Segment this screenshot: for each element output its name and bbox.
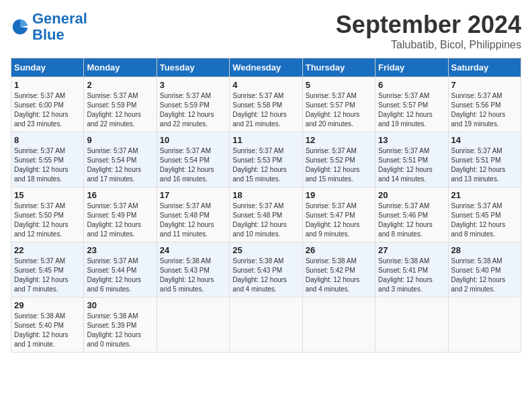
cell-info: Sunrise: 5:38 AM Sunset: 5:40 PM Dayligh… xyxy=(451,257,518,294)
table-row: 24Sunrise: 5:38 AM Sunset: 5:43 PM Dayli… xyxy=(157,242,229,298)
day-number: 9 xyxy=(87,135,153,145)
table-row: 2Sunrise: 5:37 AM Sunset: 5:59 PM Daylig… xyxy=(84,77,157,132)
cell-info: Sunrise: 5:38 AM Sunset: 5:43 PM Dayligh… xyxy=(232,257,299,294)
logo-icon xyxy=(11,17,30,36)
table-row xyxy=(157,298,229,353)
day-number: 7 xyxy=(451,80,518,90)
table-row xyxy=(302,298,375,353)
logo: GeneralBlue xyxy=(11,11,87,43)
table-row: 19Sunrise: 5:37 AM Sunset: 5:47 PM Dayli… xyxy=(302,187,375,242)
cell-info: Sunrise: 5:38 AM Sunset: 5:40 PM Dayligh… xyxy=(14,312,81,349)
day-number: 29 xyxy=(14,300,81,310)
day-number: 10 xyxy=(160,135,226,145)
table-row: 6Sunrise: 5:37 AM Sunset: 5:57 PM Daylig… xyxy=(375,77,448,132)
table-row: 1Sunrise: 5:37 AM Sunset: 6:00 PM Daylig… xyxy=(11,77,84,132)
week-row-1: 1Sunrise: 5:37 AM Sunset: 6:00 PM Daylig… xyxy=(11,77,521,132)
cell-info: Sunrise: 5:37 AM Sunset: 5:45 PM Dayligh… xyxy=(451,201,518,239)
table-row: 21Sunrise: 5:37 AM Sunset: 5:45 PM Dayli… xyxy=(448,187,521,242)
week-row-5: 29Sunrise: 5:38 AM Sunset: 5:40 PM Dayli… xyxy=(11,298,521,353)
table-row: 12Sunrise: 5:37 AM Sunset: 5:52 PM Dayli… xyxy=(302,132,375,187)
table-row: 9Sunrise: 5:37 AM Sunset: 5:54 PM Daylig… xyxy=(84,132,157,187)
table-row xyxy=(375,298,448,353)
day-number: 15 xyxy=(14,190,81,200)
header-wednesday: Wednesday xyxy=(230,58,302,77)
day-number: 21 xyxy=(451,190,518,200)
cell-info: Sunrise: 5:37 AM Sunset: 5:59 PM Dayligh… xyxy=(160,91,226,129)
cell-info: Sunrise: 5:38 AM Sunset: 5:43 PM Dayligh… xyxy=(160,257,226,294)
cell-info: Sunrise: 5:37 AM Sunset: 5:48 PM Dayligh… xyxy=(160,201,226,239)
cell-info: Sunrise: 5:37 AM Sunset: 5:45 PM Dayligh… xyxy=(14,257,81,294)
table-row: 20Sunrise: 5:37 AM Sunset: 5:46 PM Dayli… xyxy=(375,187,448,242)
day-number: 17 xyxy=(160,190,226,200)
header-thursday: Thursday xyxy=(302,58,375,77)
week-row-2: 8Sunrise: 5:37 AM Sunset: 5:55 PM Daylig… xyxy=(11,132,521,187)
day-number: 18 xyxy=(232,190,299,200)
table-row: 22Sunrise: 5:37 AM Sunset: 5:45 PM Dayli… xyxy=(11,242,84,298)
header-sunday: Sunday xyxy=(11,58,84,77)
table-row: 5Sunrise: 5:37 AM Sunset: 5:57 PM Daylig… xyxy=(302,77,375,132)
month-title: September 2024 xyxy=(336,11,521,39)
cell-info: Sunrise: 5:37 AM Sunset: 5:50 PM Dayligh… xyxy=(14,201,81,239)
day-number: 24 xyxy=(160,245,226,255)
table-row: 10Sunrise: 5:37 AM Sunset: 5:54 PM Dayli… xyxy=(157,132,229,187)
day-number: 22 xyxy=(14,245,81,255)
day-number: 1 xyxy=(14,80,81,90)
table-row: 29Sunrise: 5:38 AM Sunset: 5:40 PM Dayli… xyxy=(11,298,84,353)
day-number: 5 xyxy=(306,80,372,90)
cell-info: Sunrise: 5:37 AM Sunset: 5:58 PM Dayligh… xyxy=(232,91,299,129)
header-monday: Monday xyxy=(84,58,157,77)
cell-info: Sunrise: 5:37 AM Sunset: 5:54 PM Dayligh… xyxy=(160,146,226,184)
table-row: 16Sunrise: 5:37 AM Sunset: 5:49 PM Dayli… xyxy=(84,187,157,242)
header-saturday: Saturday xyxy=(448,58,521,77)
table-row: 27Sunrise: 5:38 AM Sunset: 5:41 PM Dayli… xyxy=(375,242,448,298)
table-row: 8Sunrise: 5:37 AM Sunset: 5:55 PM Daylig… xyxy=(11,132,84,187)
day-number: 2 xyxy=(87,80,153,90)
table-row: 7Sunrise: 5:37 AM Sunset: 5:56 PM Daylig… xyxy=(448,77,521,132)
day-number: 27 xyxy=(378,245,445,255)
day-number: 19 xyxy=(306,190,372,200)
cell-info: Sunrise: 5:37 AM Sunset: 5:46 PM Dayligh… xyxy=(378,201,445,239)
cell-info: Sunrise: 5:37 AM Sunset: 5:47 PM Dayligh… xyxy=(306,201,372,239)
day-number: 14 xyxy=(451,135,518,145)
table-row: 14Sunrise: 5:37 AM Sunset: 5:51 PM Dayli… xyxy=(448,132,521,187)
day-number: 23 xyxy=(87,245,153,255)
cell-info: Sunrise: 5:37 AM Sunset: 5:57 PM Dayligh… xyxy=(378,91,445,129)
day-number: 25 xyxy=(232,245,299,255)
table-row: 25Sunrise: 5:38 AM Sunset: 5:43 PM Dayli… xyxy=(230,242,302,298)
cell-info: Sunrise: 5:37 AM Sunset: 5:57 PM Dayligh… xyxy=(306,91,372,129)
table-row: 23Sunrise: 5:37 AM Sunset: 5:44 PM Dayli… xyxy=(84,242,157,298)
cell-info: Sunrise: 5:37 AM Sunset: 5:53 PM Dayligh… xyxy=(232,146,299,184)
cell-info: Sunrise: 5:38 AM Sunset: 5:39 PM Dayligh… xyxy=(87,312,153,349)
title-area: September 2024 Talubatib, Bicol, Philipp… xyxy=(336,11,521,51)
table-row: 17Sunrise: 5:37 AM Sunset: 5:48 PM Dayli… xyxy=(157,187,229,242)
table-row: 28Sunrise: 5:38 AM Sunset: 5:40 PM Dayli… xyxy=(448,242,521,298)
day-number: 20 xyxy=(378,190,445,200)
cell-info: Sunrise: 5:37 AM Sunset: 5:54 PM Dayligh… xyxy=(87,146,153,184)
day-number: 12 xyxy=(306,135,372,145)
cell-info: Sunrise: 5:37 AM Sunset: 5:51 PM Dayligh… xyxy=(451,146,518,184)
day-number: 30 xyxy=(87,300,153,310)
table-row xyxy=(448,298,521,353)
day-number: 26 xyxy=(306,245,372,255)
day-number: 4 xyxy=(232,80,299,90)
table-row: 11Sunrise: 5:37 AM Sunset: 5:53 PM Dayli… xyxy=(230,132,302,187)
header-tuesday: Tuesday xyxy=(157,58,229,77)
cell-info: Sunrise: 5:37 AM Sunset: 5:59 PM Dayligh… xyxy=(87,91,153,129)
day-number: 28 xyxy=(451,245,518,255)
cell-info: Sunrise: 5:38 AM Sunset: 5:42 PM Dayligh… xyxy=(306,257,372,294)
table-row: 30Sunrise: 5:38 AM Sunset: 5:39 PM Dayli… xyxy=(84,298,157,353)
table-row: 4Sunrise: 5:37 AM Sunset: 5:58 PM Daylig… xyxy=(230,77,302,132)
day-number: 6 xyxy=(378,80,445,90)
table-row xyxy=(230,298,302,353)
cell-info: Sunrise: 5:38 AM Sunset: 5:41 PM Dayligh… xyxy=(378,257,445,294)
cell-info: Sunrise: 5:37 AM Sunset: 5:49 PM Dayligh… xyxy=(87,201,153,239)
cell-info: Sunrise: 5:37 AM Sunset: 5:55 PM Dayligh… xyxy=(14,146,81,184)
table-row: 18Sunrise: 5:37 AM Sunset: 5:48 PM Dayli… xyxy=(230,187,302,242)
cell-info: Sunrise: 5:37 AM Sunset: 5:51 PM Dayligh… xyxy=(378,146,445,184)
table-row: 26Sunrise: 5:38 AM Sunset: 5:42 PM Dayli… xyxy=(302,242,375,298)
page-header: GeneralBlue September 2024 Talubatib, Bi… xyxy=(11,11,521,51)
calendar-table: Sunday Monday Tuesday Wednesday Thursday… xyxy=(11,58,521,353)
cell-info: Sunrise: 5:37 AM Sunset: 5:52 PM Dayligh… xyxy=(306,146,372,184)
day-number: 13 xyxy=(378,135,445,145)
cell-info: Sunrise: 5:37 AM Sunset: 5:48 PM Dayligh… xyxy=(232,201,299,239)
